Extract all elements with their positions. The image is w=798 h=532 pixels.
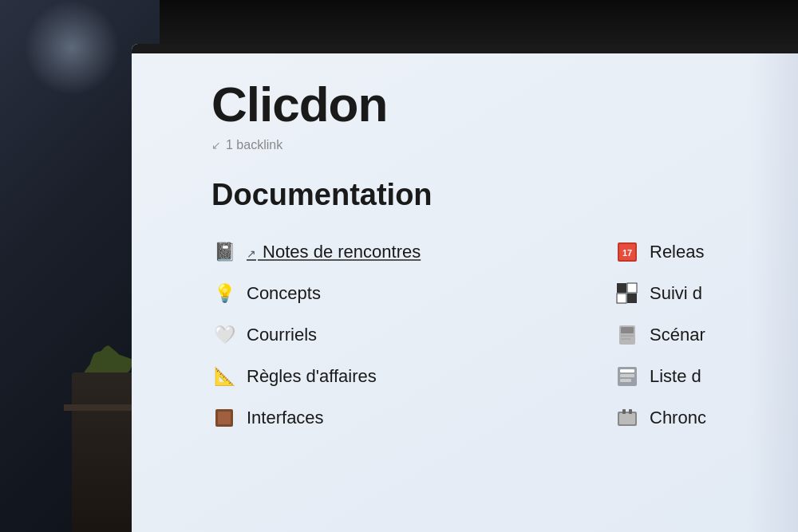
list-item[interactable]: Scénar (614, 314, 758, 356)
svg-rect-12 (621, 338, 630, 340)
page-title: Clicdon (211, 77, 758, 132)
svg-rect-1 (218, 412, 231, 424)
concepts-icon: 💡 (211, 281, 237, 306)
svg-rect-18 (619, 413, 635, 424)
list-item[interactable]: Interfaces (211, 397, 614, 439)
notes-icon: 📓 (211, 239, 237, 265)
right-edge-fade (750, 53, 798, 532)
svg-rect-8 (627, 294, 637, 303)
list-item[interactable]: Suivi d (614, 273, 758, 314)
list-item[interactable]: Chronc (614, 397, 758, 439)
list-item[interactable]: 17 Releas (614, 231, 758, 273)
doc-column-right: 17 Releas Suivi d (614, 231, 758, 439)
scenar-icon (614, 322, 640, 348)
svg-rect-7 (617, 294, 626, 303)
doc-column-left: 📓 ↗ Notes de rencontres 💡 Concepts 🤍 Cou… (211, 231, 614, 439)
item-label-suivi: Suivi d (650, 283, 702, 304)
svg-rect-10 (621, 327, 634, 333)
item-label-regles: Règles d'affaires (247, 366, 377, 387)
item-label-releas: Releas (650, 242, 704, 262)
item-label-notes: ↗ Notes de rencontres (247, 242, 421, 262)
list-item[interactable]: Liste d (614, 356, 758, 397)
list-item[interactable]: 📐 Règles d'affaires (211, 356, 614, 397)
furniture-piece (72, 372, 136, 532)
svg-rect-11 (621, 335, 634, 337)
item-label-scenar: Scénar (650, 325, 705, 345)
svg-rect-19 (622, 409, 626, 414)
courriels-icon: 🤍 (211, 322, 237, 348)
chronc-icon (614, 405, 640, 431)
item-label-chronc: Chronc (650, 408, 706, 428)
svg-text:17: 17 (622, 248, 632, 258)
window-light (24, 0, 120, 96)
doc-list: 📓 ↗ Notes de rencontres 💡 Concepts 🤍 Cou… (211, 231, 758, 439)
suivi-icon (614, 281, 640, 306)
monitor-bezel (132, 44, 798, 53)
backlink-label: 1 backlink (226, 138, 282, 152)
svg-rect-20 (629, 409, 632, 414)
item-label-interfaces: Interfaces (247, 408, 324, 428)
backlink-row[interactable]: ↙ 1 backlink (211, 138, 758, 152)
screen-content: Clicdon ↙ 1 backlink Documentation 📓 ↗ N… (132, 53, 798, 532)
section-title: Documentation (211, 178, 758, 212)
releas-icon: 17 (614, 239, 640, 265)
liste-icon (614, 364, 640, 389)
link-arrow-icon: ↗ (247, 247, 256, 260)
svg-rect-5 (617, 283, 626, 293)
regles-icon: 📐 (211, 364, 237, 389)
item-label-concepts: Concepts (247, 283, 321, 304)
svg-rect-6 (627, 283, 637, 293)
list-item[interactable]: 💡 Concepts (211, 273, 614, 314)
item-label-liste: Liste d (650, 366, 701, 387)
svg-rect-14 (620, 369, 634, 372)
svg-rect-15 (620, 374, 634, 377)
svg-rect-16 (620, 379, 631, 382)
list-item[interactable]: 📓 ↗ Notes de rencontres (211, 231, 614, 273)
backlink-arrow-icon: ↙ (211, 139, 221, 152)
interfaces-icon (211, 405, 237, 431)
item-label-courriels: Courriels (247, 325, 317, 345)
monitor: Clicdon ↙ 1 backlink Documentation 📓 ↗ N… (132, 44, 798, 532)
list-item[interactable]: 🤍 Courriels (211, 314, 614, 356)
